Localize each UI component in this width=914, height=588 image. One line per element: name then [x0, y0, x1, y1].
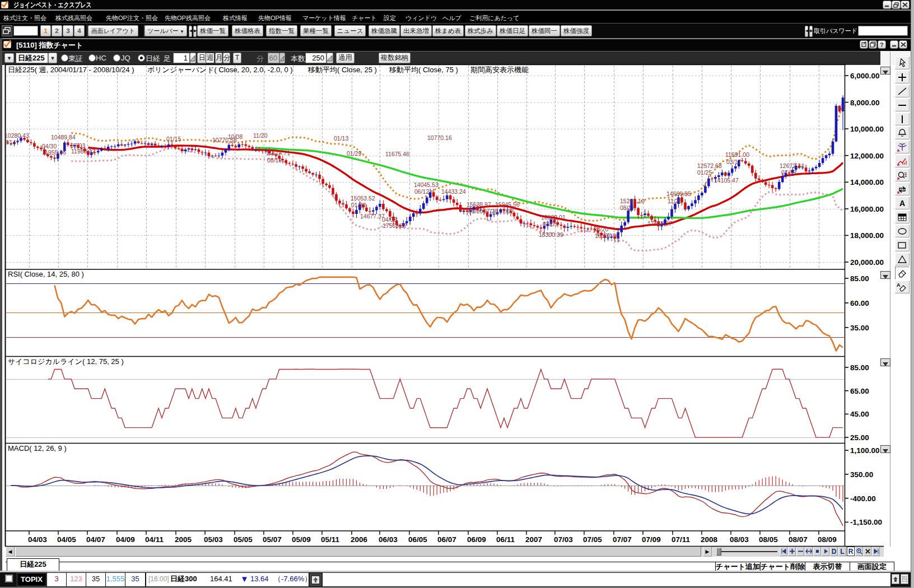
svg-text:-400.00: -400.00: [850, 494, 876, 503]
svg-text:03/05: 03/05: [543, 221, 557, 227]
svg-text:11955.66: 11955.66: [42, 149, 66, 156]
svg-text:85.00: 85.00: [850, 274, 869, 283]
svg-text:1,100.00: 1,100.00: [850, 446, 880, 455]
svg-text:05/07: 05/07: [263, 535, 282, 544]
svg-text:08/09: 08/09: [818, 535, 837, 544]
svg-text:10489.84: 10489.84: [51, 134, 76, 141]
svg-text:14,000.00: 14,000.00: [850, 178, 884, 186]
svg-text:RSI( Close, 14, 25, 80 ): RSI( Close, 14, 25, 80 ): [8, 270, 84, 278]
svg-text:04/03: 04/03: [28, 535, 47, 544]
svg-text:12,000.00: 12,000.00: [850, 152, 884, 160]
svg-text:04/05: 04/05: [57, 535, 76, 544]
svg-text:16,000.00: 16,000.00: [850, 205, 884, 213]
svg-text:04/07: 04/07: [86, 535, 105, 544]
svg-text:350.00: 350.00: [850, 470, 873, 479]
svg-text:06/11: 06/11: [496, 535, 515, 544]
svg-text:03/17: 03/17: [726, 158, 741, 165]
svg-text:06/09: 06/09: [467, 535, 486, 544]
svg-text:25.00: 25.00: [850, 433, 869, 442]
svg-text:16397.00: 16397.00: [595, 232, 619, 239]
svg-text:02/14: 02/14: [1, 139, 16, 146]
svg-text:-1,150.00: -1,150.00: [850, 518, 882, 526]
svg-text:07/03: 07/03: [554, 535, 573, 544]
svg-text:8,000.00: 8,000.00: [850, 99, 880, 107]
svg-text:11/20: 11/20: [253, 132, 268, 139]
svg-text:07/05: 07/05: [583, 535, 602, 544]
svg-text:2007: 2007: [525, 535, 542, 544]
svg-text:14045.53: 14045.53: [414, 181, 439, 188]
svg-text:01/15: 01/15: [166, 136, 181, 142]
svg-text:85.00: 85.00: [850, 363, 869, 372]
svg-text:MACD( 12, 26, 9 ): MACD( 12, 26, 9 ): [8, 444, 67, 452]
svg-text:05/03: 05/03: [204, 535, 223, 544]
svg-text:期間高安表示機能: 期間高安表示機能: [470, 66, 529, 74]
svg-text:06/05: 06/05: [408, 535, 427, 544]
svg-text:07/11: 07/11: [671, 535, 691, 544]
svg-text:16532.01: 16532.01: [541, 214, 566, 221]
svg-text:45.00: 45.00: [850, 410, 869, 418]
svg-text:10280.43: 10280.43: [4, 132, 29, 139]
svg-text:04/11: 04/11: [145, 535, 164, 544]
svg-text:35.00: 35.00: [850, 324, 869, 332]
svg-text:07/28: 07/28: [483, 208, 498, 214]
svg-text:18300.39: 18300.39: [539, 231, 563, 238]
svg-text:6,000.00: 6,000.00: [850, 72, 880, 80]
svg-text:11/26: 11/26: [668, 198, 682, 204]
svg-text:18,000.00: 18,000.00: [850, 231, 884, 240]
svg-text:07/07: 07/07: [613, 535, 632, 544]
svg-text:14677.37: 14677.37: [360, 213, 385, 220]
svg-text:06/12: 06/12: [414, 188, 429, 195]
svg-text:10,000.00: 10,000.00: [850, 125, 884, 133]
svg-text:06/03: 06/03: [379, 535, 398, 544]
svg-text:06/07: 06/07: [437, 535, 456, 544]
svg-text:08/07: 08/07: [789, 535, 808, 544]
svg-text:08/05: 08/05: [759, 535, 778, 544]
svg-text:12672.34: 12672.34: [780, 162, 804, 169]
svg-text:10/08: 10/08: [228, 133, 243, 140]
svg-text:01/25: 01/25: [697, 169, 712, 176]
svg-text:04/09: 04/09: [116, 535, 135, 544]
svg-text:11988.12: 11988.12: [71, 148, 95, 155]
svg-text:08/03: 08/03: [730, 535, 749, 544]
svg-text:60.00: 60.00: [850, 299, 869, 307]
svg-text:20,000.00: 20,000.00: [850, 258, 884, 267]
svg-text:11675.46: 11675.46: [385, 151, 409, 157]
svg-text:07/09: 07/09: [642, 535, 661, 544]
svg-text:65.00: 65.00: [850, 387, 869, 395]
svg-text:17488.37: 17488.37: [647, 220, 672, 227]
svg-text:07/02: 07/02: [499, 208, 514, 214]
svg-text:05/05: 05/05: [234, 535, 253, 544]
svg-text:日経225( 週, 2004/01/17 - 2008/10: 日経225( 週, 2004/01/17 - 2008/10/24 ): [8, 66, 134, 74]
svg-text:サイコロジカルライン( 12, 75, 25 ): サイコロジカルライン( 12, 75, 25 ): [8, 357, 124, 366]
svg-text:10770.16: 10770.16: [427, 134, 452, 141]
svg-text:08/19: 08/19: [267, 157, 282, 164]
svg-text:11691.00: 11691.00: [725, 151, 749, 158]
svg-text:14669.85: 14669.85: [666, 190, 691, 197]
svg-text:08/17: 08/17: [620, 204, 635, 211]
svg-text:06/30: 06/30: [468, 208, 483, 214]
svg-text:01/23: 01/23: [351, 202, 366, 208]
svg-text:14105.47: 14105.47: [714, 177, 739, 184]
svg-text:07/15: 07/15: [781, 169, 796, 176]
svg-text:12572.68: 12572.68: [697, 162, 722, 169]
svg-text:05/09: 05/09: [292, 535, 311, 544]
svg-text:05/11: 05/11: [321, 535, 340, 544]
svg-text:ボリンジャーバンド( Close, 20, 2.0, -2.: ボリンジャーバンド( Close, 20, 2.0, -2.0, 0 ): [147, 66, 293, 74]
svg-text:2006: 2006: [351, 535, 368, 544]
svg-text:01/29: 01/29: [347, 150, 361, 157]
svg-text:15945.56: 15945.56: [495, 201, 520, 208]
svg-text:15053.52: 15053.52: [351, 195, 375, 202]
svg-text:11614.71: 11614.71: [266, 150, 290, 156]
svg-text:08/20: 08/20: [594, 226, 608, 232]
svg-text:移動平均( Close, 25 ): 移動平均( Close, 25 ): [307, 66, 377, 74]
svg-text:2008: 2008: [701, 535, 718, 544]
svg-text:01/13: 01/13: [334, 135, 348, 142]
svg-text:移動平均( Close, 75 ): 移動平均( Close, 75 ): [389, 66, 458, 74]
svg-text:17563.37: 17563.37: [383, 222, 407, 229]
svg-text:15538.97: 15538.97: [467, 201, 491, 208]
svg-text:15262.10: 15262.10: [620, 198, 645, 204]
svg-text:14433.24: 14433.24: [441, 188, 466, 195]
svg-text:2005: 2005: [175, 535, 192, 544]
